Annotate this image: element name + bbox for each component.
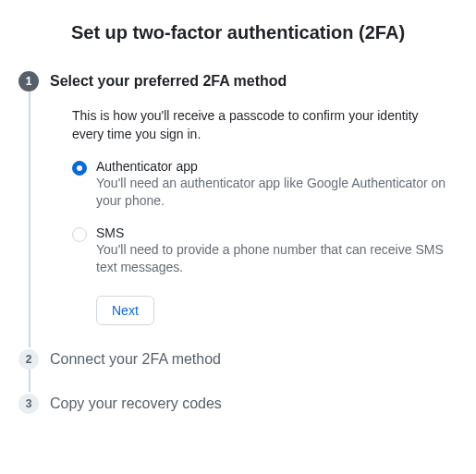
step-3-badge: 3 xyxy=(18,394,39,414)
option-authenticator[interactable]: Authenticator app You'll need an authent… xyxy=(72,159,448,211)
steps-list: 1 Select your preferred 2FA method This … xyxy=(18,69,458,416)
step-rail xyxy=(29,91,31,347)
option-sms-label: SMS xyxy=(96,225,448,240)
step-3: 3 Copy your recovery codes xyxy=(18,392,458,416)
step-2: 2 Connect your 2FA method xyxy=(18,347,458,392)
option-authenticator-desc: You'll need an authenticator app like Go… xyxy=(96,175,448,211)
radio-authenticator[interactable] xyxy=(72,161,87,176)
step-3-header: 3 Copy your recovery codes xyxy=(18,392,430,416)
page-title: Set up two-factor authentication (2FA) xyxy=(18,22,458,43)
next-button[interactable]: Next xyxy=(96,296,154,325)
step-1-description: This is how you'll receive a passcode to… xyxy=(72,106,448,144)
step-rail xyxy=(29,370,31,392)
step-2-header: 2 Connect your 2FA method xyxy=(18,347,430,371)
option-sms-desc: You'll need to provide a phone number th… xyxy=(96,241,448,277)
step-3-title: Copy your recovery codes xyxy=(50,395,222,412)
option-sms[interactable]: SMS You'll need to provide a phone numbe… xyxy=(72,225,448,277)
option-authenticator-label: Authenticator app xyxy=(96,159,448,174)
step-1-body: This is how you'll receive a passcode to… xyxy=(46,93,458,347)
step-1-header: 1 Select your preferred 2FA method xyxy=(18,69,430,93)
step-1: 1 Select your preferred 2FA method This … xyxy=(18,69,458,347)
step-1-title: Select your preferred 2FA method xyxy=(50,73,287,90)
step-2-badge: 2 xyxy=(18,349,39,370)
step-2-title: Connect your 2FA method xyxy=(50,351,221,368)
step-1-badge: 1 xyxy=(18,71,39,91)
radio-sms[interactable] xyxy=(72,227,87,242)
